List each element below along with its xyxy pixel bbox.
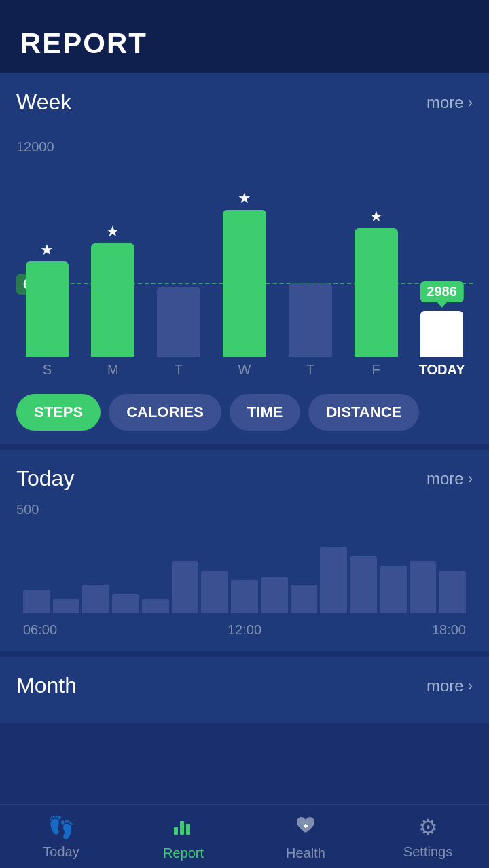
bar-f: ★ [355,228,398,357]
today-bar-4 [142,599,169,613]
star-badge: ★ [106,223,120,240]
metric-btn-calories[interactable]: CALORIES [109,394,221,431]
nav-label-settings: Settings [403,844,452,860]
bar-wrapper: ★ [345,160,407,357]
today-bars [16,505,473,613]
today-bar-13 [410,561,437,613]
metric-btn-distance[interactable]: DISTANCE [308,394,419,431]
bar-wrapper: ★ [214,160,276,357]
bar-group-m: ★M [82,160,144,378]
today-x-label-1: 12:00 [228,622,261,638]
bar-label-f: F [372,362,380,378]
today-bar-3 [112,594,139,613]
bottom-nav: 👣 Today Report Health ⚙ Settings [0,804,489,868]
nav-label-today: Today [43,844,79,860]
today-x-label-0: 06:00 [23,622,57,638]
today-bar-10 [320,547,347,613]
today-bar-0 [23,590,50,613]
bar-today: 2986 [420,311,464,357]
svg-rect-2 [186,824,190,835]
bar-label-today: TODAY [419,362,465,378]
week-chart: 12000 6000★S★MT★WT★F2986TODAY [16,126,473,378]
metric-btn-time[interactable]: TIME [230,394,301,431]
bar-w: ★ [223,210,266,357]
today-bar-9 [291,585,318,613]
today-bar-2 [82,585,109,613]
week-more-chevron-icon: › [468,94,473,111]
today-more-link[interactable]: more › [427,469,473,488]
week-title: Week [16,90,71,115]
bar-wrapper: ★ [16,160,78,357]
bar-label-m: M [107,362,119,378]
footprints-icon: 👣 [48,814,75,840]
star-badge: ★ [369,208,383,225]
bar-group-today: 2986TODAY [411,160,473,378]
bar-t [289,283,332,357]
value-badge: 2986 [420,281,464,302]
today-bar-11 [350,556,377,613]
bar-m: ★ [91,243,134,357]
today-x-label-2: 18:00 [432,622,466,638]
today-section: Today more › 500 06:0012:0018:00 [0,450,489,651]
bar-group-s: ★S [16,160,78,378]
bar-wrapper: 2986 [411,160,473,357]
today-bar-12 [380,566,407,613]
nav-item-settings[interactable]: ⚙ Settings [387,814,469,861]
today-bar-6 [201,571,228,613]
month-title: Month [16,673,77,698]
gear-icon: ⚙ [418,814,438,840]
week-header: Week more › [16,90,473,115]
header: REPORT [0,0,489,73]
month-section: Month more › [0,657,489,723]
nav-item-today[interactable]: 👣 Today [20,814,102,861]
page-title: REPORT [20,27,469,60]
bar-wrapper [148,160,210,357]
week-section: Week more › 12000 6000★S★MT★WT★F2986TODA… [0,73,489,444]
today-x-labels: 06:0012:0018:00 [23,622,466,638]
bar-group-t: T [148,160,210,378]
bar-wrapper: ★ [82,160,144,357]
today-chart: 500 06:0012:0018:00 [16,502,473,638]
month-header: Month more › [16,673,473,698]
chart-icon [173,814,194,842]
svg-rect-1 [180,821,184,835]
star-badge: ★ [238,189,251,207]
bar-group-f: ★F [345,160,407,378]
week-bars-container: 6000★S★MT★WT★F2986TODAY [16,160,473,378]
heart-icon [295,814,316,842]
month-more-link[interactable]: more › [427,676,473,695]
bar-group-w: ★W [214,160,276,378]
today-bar-1 [53,599,80,613]
today-more-chevron-icon: › [468,470,473,488]
nav-item-health[interactable]: Health [265,814,346,861]
today-header: Today more › [16,466,473,491]
nav-label-health: Health [286,846,325,861]
today-bar-5 [172,561,199,613]
today-bar-7 [231,580,258,613]
nav-item-report[interactable]: Report [143,814,224,861]
today-bar-8 [261,577,288,613]
svg-rect-0 [174,827,178,835]
nav-label-report: Report [163,846,204,861]
today-title: Today [16,466,74,491]
bar-t [157,287,200,357]
bar-label-s: S [43,362,52,378]
week-more-link[interactable]: more › [427,93,473,112]
month-more-chevron-icon: › [468,677,473,695]
bar-label-t: T [306,362,314,378]
today-bar-14 [439,571,466,613]
bar-wrapper [279,160,341,357]
bar-label-t: T [175,362,183,378]
bar-group-t: T [279,160,341,378]
metric-btn-steps[interactable]: STEPS [16,394,101,431]
bar-s: ★ [26,261,69,357]
metric-buttons: STEPSCALORIESTIMEDISTANCE [16,394,473,431]
week-y-max-label: 12000 [16,139,473,155]
bar-label-w: W [238,362,251,378]
star-badge: ★ [40,241,54,259]
